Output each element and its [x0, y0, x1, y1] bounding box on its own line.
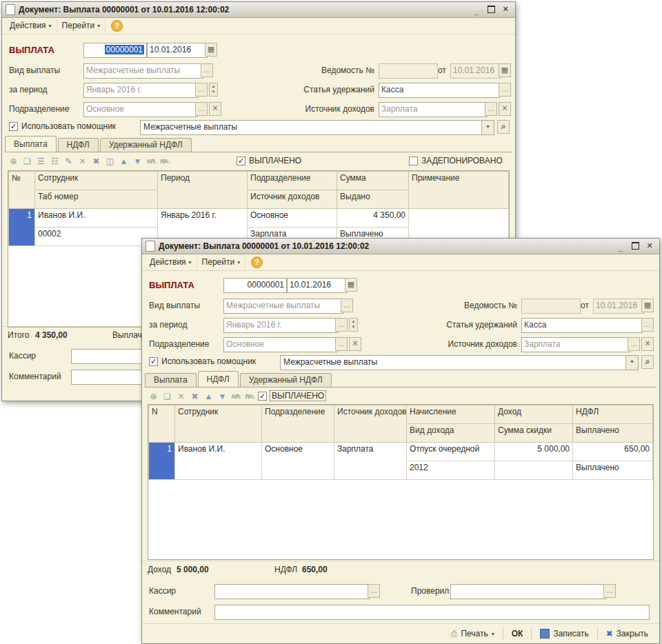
cell-sum[interactable]: 4 350,00 [337, 209, 409, 228]
ellipsis-button[interactable]: … [195, 83, 208, 97]
clear-icon[interactable]: × [349, 337, 361, 351]
move-up-icon[interactable]: ▲ [118, 155, 130, 168]
search-icon[interactable]: ⌕ [497, 120, 510, 134]
cell-department[interactable]: Основное [248, 209, 337, 228]
cell-employee[interactable]: Иванов И.И. [35, 209, 158, 228]
cell-employee[interactable]: Иванов И.И. [175, 443, 262, 480]
cell-status[interactable]: Выплачено [573, 461, 653, 480]
goto-menu[interactable]: Перейти ▾ [57, 19, 106, 32]
close-button[interactable]: ✕ [645, 242, 654, 251]
find-icon[interactable]: ◫ [104, 155, 116, 168]
doc-date-field[interactable]: 10.01.2016 [287, 278, 348, 293]
tab-payment[interactable]: Выплата [5, 136, 57, 152]
pick-icon[interactable]: ☷ [49, 155, 61, 168]
print-button[interactable]: ⎙ Печать ▾ [445, 627, 500, 641]
cell-income-code[interactable]: 2012 [407, 461, 495, 480]
copy-row-icon[interactable]: ❏ [161, 390, 173, 403]
ellipsis-button[interactable]: … [641, 318, 654, 332]
add-row-icon[interactable]: ⊕ [148, 390, 159, 403]
helper-combo[interactable]: Межрасчетные выплаты ▾ [280, 355, 639, 370]
minimize-button[interactable]: _ [472, 6, 481, 14]
use-helper-checkbox[interactable]: ✓ [9, 122, 18, 131]
clear-icon[interactable]: × [641, 337, 654, 351]
ellipsis-button[interactable]: … [628, 337, 640, 351]
close-document-button[interactable]: ✖ Закрыть [601, 627, 654, 641]
paid-checkbox[interactable]: ✓ [237, 157, 245, 165]
ellipsis-button[interactable]: … [201, 63, 213, 77]
front-titlebar[interactable]: Документ: Выплата 00000001 от 10.01.2016… [142, 239, 659, 254]
ok-button[interactable]: ОК [506, 627, 529, 641]
minimize-button[interactable]: _ [616, 242, 625, 251]
fill-icon[interactable]: ☰ [35, 155, 47, 168]
move-down-icon[interactable]: ▼ [132, 155, 143, 168]
income-source-field[interactable]: Зарплата [379, 102, 488, 117]
maximize-button[interactable] [630, 242, 640, 251]
move-up-icon[interactable]: ▲ [203, 390, 214, 403]
cell-tab-number[interactable]: 00002 [35, 228, 158, 246]
spinner-control[interactable]: ▲▼ [349, 318, 358, 332]
sort-asc-icon[interactable]: АЯ↓ [230, 390, 242, 403]
row-number[interactable]: 1 [9, 209, 35, 246]
close-button[interactable]: ✕ [501, 6, 510, 14]
spinner-control[interactable]: ▲▼ [209, 83, 218, 97]
withholding-field[interactable]: Касса [379, 83, 500, 98]
actions-menu[interactable]: Действия ▾ [5, 19, 57, 32]
department-field[interactable]: Основное [83, 102, 198, 117]
helper-combo[interactable]: Межрасчетные выплаты ▾ [140, 120, 494, 135]
ndfl-table[interactable]: N Сотрудник Подразделение Источник доход… [148, 404, 654, 560]
sort-desc-icon[interactable]: ЯА↓ [159, 155, 171, 168]
tab-payment[interactable]: Выплата [145, 373, 197, 387]
department-field[interactable]: Основное [223, 337, 338, 352]
help-icon[interactable]: ? [111, 20, 123, 32]
calendar-icon[interactable]: ▦ [205, 43, 217, 57]
delete-all-icon[interactable]: ✖ [189, 390, 201, 403]
cell-income[interactable]: 5 000,00 [495, 443, 573, 461]
sheet-number-field[interactable] [521, 299, 581, 314]
copy-row-icon[interactable]: ❏ [21, 155, 33, 168]
clear-icon[interactable]: × [499, 102, 511, 116]
delete-row-icon[interactable]: ✕ [175, 390, 187, 403]
calendar-icon[interactable]: ▦ [641, 299, 654, 312]
calendar-icon[interactable]: ▦ [499, 63, 511, 77]
paid-checkbox[interactable]: ✓ [258, 392, 267, 401]
income-source-field[interactable]: Зарплата [521, 337, 630, 352]
calendar-icon[interactable]: ▦ [345, 278, 357, 292]
ellipsis-button[interactable]: … [603, 584, 616, 598]
ellipsis-button[interactable]: … [485, 102, 497, 116]
comment-field[interactable] [214, 605, 650, 620]
add-row-icon[interactable]: ⊕ [8, 155, 19, 168]
chevron-down-icon[interactable]: ▾ [625, 356, 638, 370]
ellipsis-button[interactable]: … [335, 318, 348, 332]
cell-ndfl[interactable]: 650,00 [573, 443, 653, 461]
doc-date-field[interactable]: 10.01.2016 [147, 43, 208, 58]
sheet-date-field[interactable]: 10.01.2016 [593, 299, 644, 314]
cell-accrual[interactable]: Отпуск очередной [407, 443, 495, 461]
sheet-number-field[interactable] [379, 63, 438, 79]
goto-menu[interactable]: Перейти ▾ [197, 256, 246, 269]
cell-source[interactable]: Зарплата [334, 443, 407, 480]
payment-kind-field[interactable]: Межрасчетные выплаты [83, 63, 203, 79]
back-titlebar[interactable]: Документ: Выплата 00000001 от 10.01.2016… [2, 2, 515, 18]
save-button[interactable]: Записать [534, 627, 594, 641]
clear-icon[interactable]: × [209, 102, 221, 116]
ellipsis-button[interactable]: … [499, 83, 511, 97]
sort-asc-icon[interactable]: АЯ↓ [146, 155, 157, 168]
sort-desc-icon[interactable]: ЯА↓ [244, 390, 256, 403]
cell-discount[interactable] [495, 461, 573, 480]
ellipsis-button[interactable]: … [195, 102, 208, 116]
doc-number-field[interactable]: 00000001 [223, 278, 287, 293]
delete-row-icon[interactable]: ✕ [77, 155, 88, 168]
tab-withheld-ndfl[interactable]: Удержанный НДФЛ [240, 373, 332, 387]
help-icon[interactable]: ? [251, 256, 263, 268]
move-down-icon[interactable]: ▼ [217, 390, 228, 403]
withholding-field[interactable]: Касса [521, 318, 643, 333]
tab-ndfl[interactable]: НДФЛ [58, 138, 99, 152]
ellipsis-button[interactable]: … [368, 584, 380, 598]
payment-kind-field[interactable]: Межрасчетные выплаты [223, 299, 343, 314]
row-number[interactable]: 1 [149, 443, 175, 480]
cashier-field[interactable] [214, 584, 370, 599]
doc-number-field[interactable]: 00000001 [83, 43, 147, 58]
chevron-down-icon[interactable]: ▾ [481, 121, 494, 134]
checker-field[interactable] [450, 584, 606, 599]
search-icon[interactable]: ⌕ [641, 355, 654, 369]
